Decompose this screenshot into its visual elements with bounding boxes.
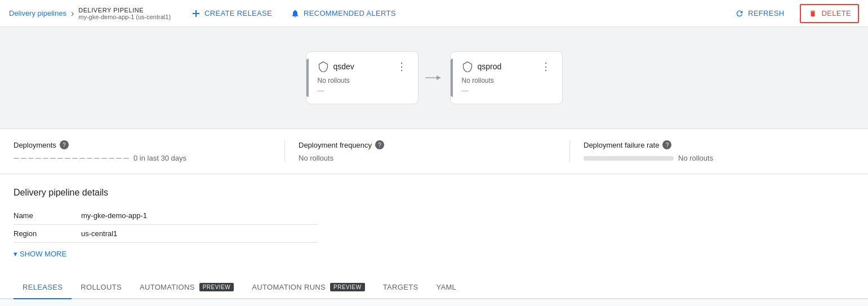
- recommended-alerts-button[interactable]: RECOMMENDED ALERTS: [283, 5, 403, 22]
- field-region-label: Region: [14, 225, 81, 243]
- stage-title-wrap: qsdev: [318, 61, 354, 72]
- stat-failure-value: No rollouts: [584, 154, 841, 162]
- pipeline-arrow-icon: [419, 73, 450, 82]
- stat-deployments: Deployments ? 0 in l: [14, 140, 285, 162]
- stage-status-qsprod: No rollouts: [462, 77, 551, 85]
- trash-icon: [808, 8, 818, 19]
- stats-bar: Deployments ? 0 in l: [0, 128, 868, 174]
- pipeline-diagram: qsdev ⋮ No rollouts — qsprod ⋮: [306, 51, 563, 104]
- deployments-dashes: [14, 158, 129, 159]
- create-release-button[interactable]: CREATE RELEASE: [184, 5, 279, 22]
- stage-status-qsdev: No rollouts: [318, 77, 407, 85]
- details-title: Delivery pipeline details: [14, 188, 854, 198]
- breadcrumb-current: DELIVERY PIPELINE my-gke-demo-app-1 (us-…: [78, 7, 171, 20]
- stat-frequency-label: Deployment frequency ?: [299, 140, 556, 149]
- breadcrumb: Delivery pipelines › DELIVERY PIPELINE m…: [9, 7, 171, 20]
- stat-deployments-value: 0 in last 30 days: [14, 154, 271, 162]
- bell-icon: [290, 8, 300, 19]
- pipeline-name-label: my-gke-demo-app-1 (us-central1): [78, 14, 171, 20]
- field-region-value: us-central1: [81, 225, 318, 243]
- stat-frequency-value: No rollouts: [299, 154, 556, 162]
- tabs-bar: RELEASES ROLLOUTS AUTOMATIONS PREVIEW AU…: [0, 276, 868, 299]
- stage-left-bar: [306, 59, 309, 97]
- stat-frequency: Deployment frequency ? No rollouts: [299, 140, 570, 162]
- field-name-value: my-gke-demo-app-1: [81, 207, 318, 225]
- stage-name-qsprod: qsprod: [478, 62, 502, 71]
- pipeline-area: qsdev ⋮ No rollouts — qsprod ⋮: [0, 27, 868, 128]
- failure-help-icon[interactable]: ?: [662, 140, 671, 149]
- stat-deployments-label: Deployments ?: [14, 140, 271, 149]
- tab-automations[interactable]: AUTOMATIONS PREVIEW: [131, 276, 243, 299]
- deployments-help-icon[interactable]: ?: [60, 140, 69, 149]
- stage-menu-qsdev[interactable]: ⋮: [397, 61, 407, 72]
- stat-failure-rate: Deployment failure rate ? No rollouts: [584, 140, 854, 162]
- stage-card-qsdev: qsdev ⋮ No rollouts —: [306, 51, 419, 104]
- breadcrumb-link[interactable]: Delivery pipelines: [9, 9, 66, 17]
- refresh-icon: [735, 8, 745, 19]
- failure-bar-bg: [584, 156, 674, 161]
- tab-releases[interactable]: RELEASES: [14, 276, 72, 299]
- plus-icon: [191, 8, 201, 19]
- svg-rect-1: [193, 13, 199, 14]
- frequency-help-icon[interactable]: ?: [375, 140, 384, 149]
- details-section: Delivery pipeline details Name my-gke-de…: [0, 174, 868, 276]
- field-name-label: Name: [14, 207, 81, 225]
- pipeline-type-label: DELIVERY PIPELINE: [78, 7, 171, 14]
- automations-preview-badge: PREVIEW: [199, 283, 234, 291]
- stat-failure-label: Deployment failure rate ?: [584, 140, 841, 149]
- stage-name-qsdev: qsdev: [333, 62, 354, 71]
- show-more-button[interactable]: ▾ SHOW MORE: [14, 250, 854, 258]
- svg-marker-3: [437, 76, 441, 80]
- tab-yaml[interactable]: YAML: [427, 276, 465, 299]
- shield-icon-2: [462, 61, 473, 72]
- tab-targets[interactable]: TARGETS: [374, 276, 428, 299]
- table-row: Name my-gke-demo-app-1: [14, 207, 318, 225]
- tab-automation-runs[interactable]: AUTOMATION RUNS PREVIEW: [243, 276, 373, 299]
- delete-button[interactable]: DELETE: [800, 4, 859, 23]
- stage-left-bar-2: [451, 59, 453, 97]
- refresh-button[interactable]: REFRESH: [728, 5, 791, 22]
- shield-icon: [318, 61, 329, 72]
- tab-rollouts[interactable]: ROLLOUTS: [72, 276, 131, 299]
- breadcrumb-arrow-icon: ›: [71, 8, 74, 19]
- stage-detail-qsdev: —: [318, 87, 407, 95]
- stage-card-header: qsdev ⋮: [318, 61, 407, 72]
- stage-card-qsprod: qsprod ⋮ No rollouts —: [450, 51, 563, 104]
- stage-card-header-2: qsprod ⋮: [462, 61, 551, 72]
- table-row: Region us-central1: [14, 225, 318, 243]
- chevron-down-icon: ▾: [14, 250, 17, 258]
- header-actions: CREATE RELEASE RECOMMENDED ALERTS: [184, 5, 403, 22]
- automation-runs-preview-badge: PREVIEW: [330, 283, 365, 291]
- stage-menu-qsprod[interactable]: ⋮: [541, 61, 551, 72]
- header-bar: Delivery pipelines › DELIVERY PIPELINE m…: [0, 0, 868, 27]
- stage-detail-qsprod: —: [462, 87, 551, 95]
- details-table: Name my-gke-demo-app-1 Region us-central…: [14, 207, 318, 243]
- stage-title-wrap-2: qsprod: [462, 61, 502, 72]
